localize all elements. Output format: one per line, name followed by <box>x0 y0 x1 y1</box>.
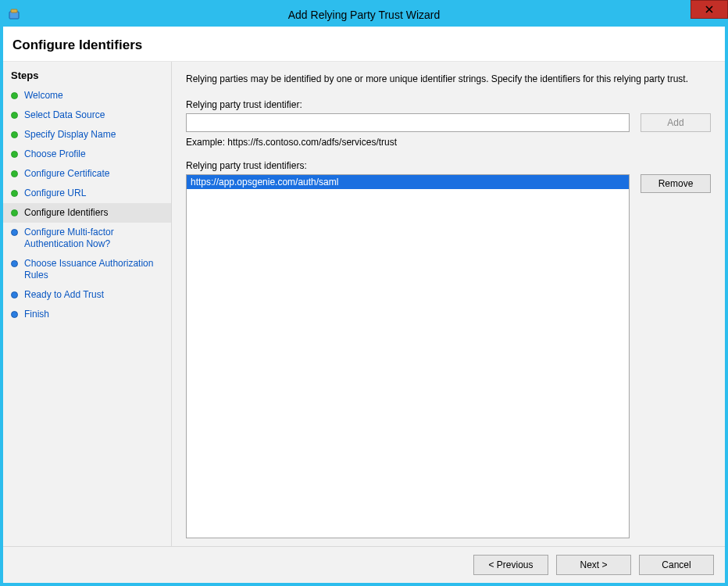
page-title: Configure Identifiers <box>3 27 725 62</box>
identifier-input-label: Relying party trust identifier: <box>186 99 711 110</box>
identifier-input[interactable] <box>186 113 630 132</box>
step-5[interactable]: Configure URL <box>3 184 171 203</box>
cancel-button[interactable]: Cancel <box>639 555 714 575</box>
wizard-body: Steps WelcomeSelect Data SourceSpecify D… <box>3 62 725 546</box>
step-0[interactable]: Welcome <box>3 86 171 105</box>
step-7[interactable]: Configure Multi-factor Authentication No… <box>3 223 171 254</box>
close-icon <box>705 3 713 16</box>
description-text: Relying parties may be identified by one… <box>186 73 711 85</box>
step-status-icon <box>11 311 18 318</box>
step-1[interactable]: Select Data Source <box>3 105 171 125</box>
step-status-icon <box>11 151 18 158</box>
step-status-icon <box>11 229 18 236</box>
next-button[interactable]: Next > <box>556 555 631 575</box>
close-button[interactable] <box>691 0 728 19</box>
step-4[interactable]: Configure Certificate <box>3 164 171 184</box>
step-label: Choose Profile <box>24 148 163 160</box>
step-status-icon <box>11 92 18 99</box>
wizard-window: Add Relying Party Trust Wizard Configure… <box>0 0 728 586</box>
remove-button[interactable]: Remove <box>641 174 711 193</box>
step-status-icon <box>11 112 18 119</box>
step-label: Choose Issuance Authorization Rules <box>24 258 163 281</box>
previous-button[interactable]: < Previous <box>473 555 548 575</box>
titlebar: Add Relying Party Trust Wizard <box>3 3 725 27</box>
step-3[interactable]: Choose Profile <box>3 145 171 164</box>
step-2[interactable]: Specify Display Name <box>3 125 171 145</box>
step-status-icon <box>11 260 18 267</box>
step-label: Configure Certificate <box>24 168 163 180</box>
step-9[interactable]: Ready to Add Trust <box>3 285 171 305</box>
step-10[interactable]: Finish <box>3 305 171 324</box>
steps-sidebar: Steps WelcomeSelect Data SourceSpecify D… <box>3 62 172 546</box>
step-label: Welcome <box>24 90 163 102</box>
step-8[interactable]: Choose Issuance Authorization Rules <box>3 254 171 285</box>
step-status-icon <box>11 209 18 216</box>
main-panel: Relying parties may be identified by one… <box>172 62 725 546</box>
window-title: Add Relying Party Trust Wizard <box>3 9 725 21</box>
step-status-icon <box>11 170 18 177</box>
step-status-icon <box>11 190 18 197</box>
step-label: Specify Display Name <box>24 129 163 141</box>
step-6[interactable]: Configure Identifiers <box>3 203 171 223</box>
step-status-icon <box>11 131 18 138</box>
step-label: Configure Identifiers <box>24 207 163 219</box>
step-label: Configure Multi-factor Authentication No… <box>24 227 163 250</box>
identifiers-list-label: Relying party trust identifiers: <box>186 160 711 171</box>
example-text: Example: https://fs.contoso.com/adfs/ser… <box>186 137 711 148</box>
identifiers-listbox[interactable]: https://app.opsgenie.com/auth/saml <box>186 174 630 538</box>
step-label: Configure URL <box>24 188 163 199</box>
step-label: Ready to Add Trust <box>24 289 163 301</box>
step-label: Select Data Source <box>24 109 163 121</box>
step-label: Finish <box>24 309 163 320</box>
step-status-icon <box>11 291 18 298</box>
add-button[interactable]: Add <box>641 113 711 132</box>
identifier-list-item[interactable]: https://app.opsgenie.com/auth/saml <box>187 175 629 189</box>
steps-heading: Steps <box>3 66 171 86</box>
wizard-footer: < Previous Next > Cancel <box>3 546 725 583</box>
